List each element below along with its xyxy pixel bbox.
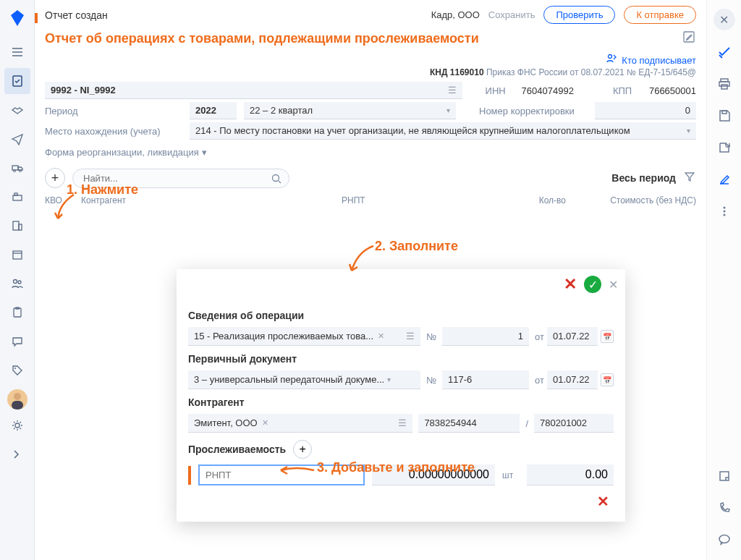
section-traceability-title: Прослеживаемость [188, 444, 286, 455]
inn-label: ИНН [486, 85, 515, 96]
hamburger-icon[interactable] [4, 39, 30, 65]
clear-icon[interactable]: ✕ [262, 418, 268, 428]
svg-rect-11 [14, 308, 21, 317]
svg-rect-15 [12, 401, 23, 410]
svg-point-9 [13, 280, 17, 284]
print-icon[interactable] [714, 74, 734, 94]
svg-rect-21 [719, 82, 729, 86]
contractor-inn-field[interactable]: 7838254944 [418, 414, 520, 433]
tag-icon[interactable] [4, 357, 30, 383]
calendar-icon[interactable] [4, 242, 30, 268]
svg-rect-6 [13, 221, 19, 230]
people-icon[interactable] [4, 271, 30, 297]
highlight-icon[interactable] [714, 169, 734, 190]
filter-icon[interactable] [683, 170, 696, 186]
clipboard-icon[interactable] [4, 300, 30, 326]
svg-point-10 [18, 281, 21, 284]
signer-icon [606, 53, 617, 67]
row-marker [35, 13, 38, 23]
search-icon[interactable] [271, 173, 282, 187]
op-number-field[interactable]: 1 [442, 327, 529, 346]
edit-title-icon[interactable] [682, 30, 696, 47]
main-content: Отчет создан Кадр, ООО Сохранить Провери… [35, 0, 706, 560]
location-label: Место нахождения (учета) [45, 126, 182, 137]
double-check-icon[interactable] [714, 42, 734, 62]
handshake-icon[interactable] [4, 97, 30, 123]
operation-type-field[interactable]: 15 - Реализация прослеживаемых това...✕ … [188, 327, 420, 346]
rnpt-input[interactable] [198, 464, 365, 485]
period-filter-link[interactable]: Весь период [611, 172, 676, 184]
more-icon[interactable] [714, 201, 734, 221]
cost-field[interactable]: 0.00 [527, 464, 614, 485]
gear-icon[interactable] [4, 412, 30, 438]
doc-date-field[interactable]: 01.07.22 [547, 370, 598, 389]
confirm-green-icon[interactable]: ✓ [584, 276, 601, 293]
menu-icon[interactable]: ☰ [398, 417, 407, 428]
verify-button[interactable]: Проверить [543, 6, 615, 24]
add-operation-button[interactable]: + [45, 168, 65, 188]
delete-row-icon[interactable]: ✕ [597, 493, 609, 509]
correction-field[interactable]: 0 [595, 102, 696, 119]
section-contractor-title: Контрагент [188, 396, 614, 408]
send-icon[interactable] [4, 126, 30, 152]
unit-label: шт [502, 470, 520, 480]
send-button[interactable]: К отправке [624, 6, 696, 24]
save-disk-icon[interactable] [714, 106, 734, 126]
doc-number-field[interactable]: 117-6 [442, 370, 529, 389]
cash-register-icon[interactable] [4, 184, 30, 210]
svg-point-26 [723, 214, 725, 216]
reorganization-toggle[interactable]: Форма реорганизации, ликвидация ▾ [35, 141, 706, 164]
menu-icon[interactable]: ☰ [448, 85, 457, 96]
calendar-icon[interactable]: 📅 [601, 330, 614, 343]
svg-point-25 [723, 211, 725, 213]
chevron-down-icon: ▾ [446, 106, 450, 114]
table-header: КВО Контрагент РНПТ Кол-во Стоимость (бе… [35, 192, 706, 208]
close-panel-icon[interactable]: ✕ [714, 9, 735, 30]
save-link[interactable]: Сохранить [488, 9, 535, 20]
calendar-icon[interactable]: 📅 [601, 373, 614, 386]
popup-header: ✕ ✓ ✕ [177, 269, 625, 300]
add-traceability-button[interactable]: + [293, 440, 312, 459]
close-popup-icon[interactable]: ✕ [609, 278, 618, 292]
quarter-field[interactable]: 22 – 2 квартал▾ [244, 102, 456, 119]
report-icon[interactable] [4, 68, 30, 94]
annotation-2: 2. Заполните [375, 239, 458, 254]
quantity-field[interactable]: 0.00000000000 [372, 464, 495, 485]
title-row: Отчет об операциях с товарами, подлежащи… [35, 27, 706, 51]
note-icon[interactable] [714, 466, 734, 486]
chat-bubble-icon[interactable] [714, 530, 734, 550]
document-type-field[interactable]: 3 – универсальный передаточный докуме...… [188, 370, 420, 389]
chat-icon[interactable] [4, 328, 30, 355]
chevron-icon[interactable] [4, 441, 30, 467]
code-field[interactable]: 9992 - NI_9992 ☰ [45, 82, 462, 99]
chevron-down-icon: ▾ [687, 127, 690, 135]
search-wrap [72, 169, 289, 188]
clear-icon[interactable]: ✕ [378, 331, 384, 341]
contractor-kpp-field[interactable]: 780201002 [534, 414, 614, 433]
contractor-field[interactable]: Эмитент, ООО✕ ☰ [188, 414, 412, 433]
building-icon[interactable] [4, 213, 30, 239]
op-date-field[interactable]: 01.07.22 [547, 327, 598, 346]
svg-rect-27 [720, 472, 729, 480]
svg-point-24 [723, 207, 725, 209]
section-document-title: Первичный документ [188, 353, 614, 365]
left-navigation-rail [0, 0, 35, 560]
svg-rect-7 [19, 224, 22, 230]
svg-rect-23 [722, 111, 727, 114]
list-toolbar: + Весь период [35, 164, 706, 192]
export-icon[interactable] [714, 137, 734, 158]
col-cost: Стоимость (без НДС) [566, 195, 696, 205]
row-marker [188, 466, 191, 485]
right-action-rail: ✕ [706, 0, 741, 560]
year-field[interactable]: 2022 [190, 102, 237, 119]
app-logo[interactable] [7, 7, 28, 29]
location-field[interactable]: 214 - По месту постановки на учет органи… [190, 122, 696, 140]
cancel-red-icon[interactable]: ✕ [564, 275, 577, 294]
phone-icon[interactable] [714, 498, 734, 518]
menu-icon[interactable]: ☰ [406, 331, 415, 341]
user-avatar[interactable] [7, 389, 27, 410]
organization-name[interactable]: Кадр, ООО [431, 9, 480, 20]
signer-link[interactable]: Кто подписывает [622, 55, 696, 66]
search-input[interactable] [72, 169, 289, 188]
truck-icon[interactable] [4, 155, 30, 181]
